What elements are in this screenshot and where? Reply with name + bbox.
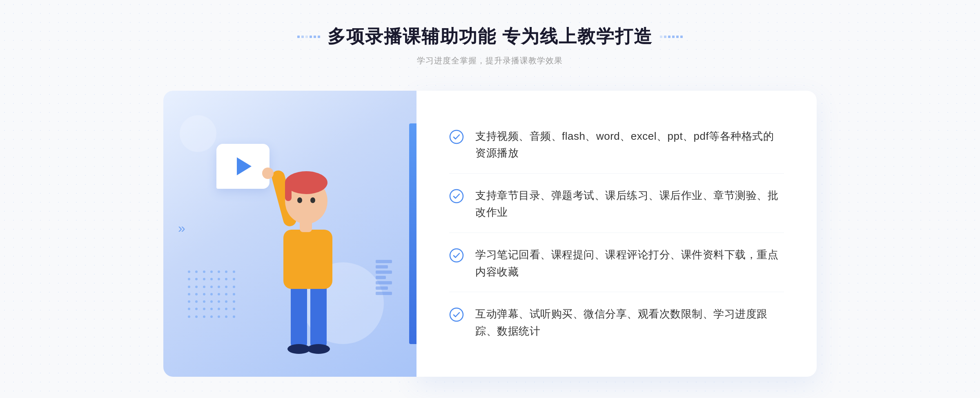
- circle-decoration-medium: [180, 115, 216, 152]
- check-icon-2: [449, 189, 464, 203]
- svg-point-17: [450, 190, 463, 203]
- feature-text-4: 互动弹幕、试听购买、微信分享、观看次数限制、学习进度跟踪、数据统计: [475, 306, 784, 340]
- check-icon-4: [449, 307, 464, 322]
- page-title: 多项录播课辅助功能 专为线上教学打造: [327, 25, 653, 49]
- person-illustration: ✦ ✦: [238, 148, 368, 377]
- feature-item-1: 支持视频、音频、flash、word、excel、ppt、pdf等各种格式的资源…: [449, 116, 784, 174]
- title-deco-left: [297, 36, 320, 38]
- side-chevrons: »: [178, 221, 185, 235]
- svg-text:✦: ✦: [242, 170, 248, 178]
- accent-bar: [409, 123, 416, 344]
- svg-text:✦: ✦: [254, 154, 263, 167]
- feature-text-2: 支持章节目录、弹题考试、课后练习、课后作业、章节测验、批改作业: [475, 187, 784, 221]
- feature-text-3: 学习笔记回看、课程提问、课程评论打分、课件资料下载，重点内容收藏: [475, 246, 784, 280]
- dots-decoration: [188, 271, 237, 320]
- svg-rect-10: [285, 181, 292, 201]
- svg-point-11: [297, 197, 302, 203]
- svg-point-3: [307, 344, 330, 354]
- svg-point-2: [287, 344, 310, 354]
- svg-point-16: [450, 130, 463, 143]
- svg-point-13: [262, 168, 274, 179]
- feature-item-3: 学习笔记回看、课程提问、课程评论打分、课件资料下载，重点内容收藏: [449, 235, 784, 292]
- illustration-panel: ✦ ✦: [163, 91, 416, 377]
- lines-decoration: [376, 260, 392, 295]
- title-row: 多项录播课辅助功能 专为线上教学打造: [297, 25, 683, 49]
- feature-text-1: 支持视频、音频、flash、word、excel、ppt、pdf等各种格式的资源…: [475, 128, 784, 162]
- feature-item-2: 支持章节目录、弹题考试、课后练习、课后作业、章节测验、批改作业: [449, 176, 784, 233]
- svg-point-19: [450, 308, 463, 321]
- page-subtitle: 学习进度全掌握，提升录播课教学效果: [417, 55, 563, 66]
- title-deco-right: [660, 36, 683, 38]
- svg-point-18: [450, 249, 463, 262]
- content-area: ✦ ✦ » 支持视频、音频、flash、word、excel、ppt、pdf等各…: [163, 91, 817, 377]
- check-icon-3: [449, 248, 464, 263]
- header-section: 多项录播课辅助功能 专为线上教学打造 学习进度全掌握，提升录播课教学效果: [297, 25, 683, 66]
- features-panel: 支持视频、音频、flash、word、excel、ppt、pdf等各种格式的资源…: [416, 91, 817, 377]
- check-icon-1: [449, 130, 464, 144]
- svg-rect-0: [291, 283, 307, 348]
- page-wrapper: 多项录播课辅助功能 专为线上教学打造 学习进度全掌握，提升录播课教学效果: [0, 0, 980, 398]
- chevron-icon-1: »: [178, 221, 185, 235]
- svg-rect-1: [310, 283, 327, 348]
- svg-point-12: [310, 197, 315, 203]
- feature-item-4: 互动弹幕、试听购买、微信分享、观看次数限制、学习进度跟踪、数据统计: [449, 294, 784, 351]
